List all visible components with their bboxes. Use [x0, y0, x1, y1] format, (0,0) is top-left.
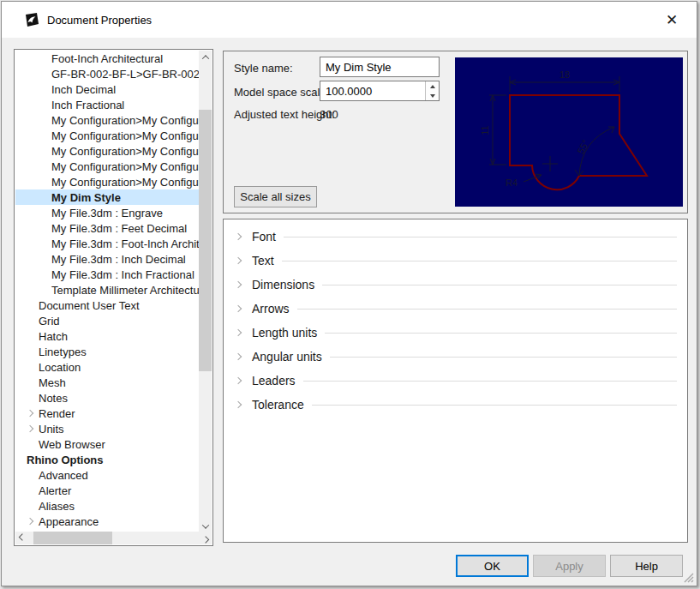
tree-item-label: My File.3dm : Feet Decimal [51, 222, 187, 235]
section-label: Length units [252, 326, 317, 340]
scroll-right-icon[interactable] [199, 532, 212, 544]
dimension-style-preview: 18 11 55° R4 [455, 57, 683, 207]
tree-item-label: GF-BR-002-BF-L>GF-BR-002-BF- [51, 68, 199, 81]
expand-chevron-icon[interactable] [235, 281, 242, 288]
tree-item-gf-br-002-bf-l-gf-br-002-bf[interactable]: GF-BR-002-BF-L>GF-BR-002-BF- [15, 66, 199, 81]
tree-item-label: My File.3dm : Inch Fractional [51, 268, 194, 281]
scale-all-sizes-button[interactable]: Scale all sizes [234, 186, 317, 207]
section-angular-units[interactable]: Angular units [224, 345, 687, 369]
tree-item-label: Rhino Options [27, 454, 104, 466]
tree-horizontal-scrollbar[interactable] [15, 532, 212, 544]
tree-item-render[interactable]: Render [15, 406, 199, 421]
tree-item-location[interactable]: Location [15, 359, 199, 375]
tree-item-advanced[interactable]: Advanced [15, 467, 199, 483]
stepper-buttons [425, 81, 439, 100]
ok-button[interactable]: OK [456, 555, 529, 577]
tree-item-grid[interactable]: Grid [15, 313, 199, 328]
tree-item-linetypes[interactable]: Linetypes [15, 344, 199, 359]
scroll-left-icon[interactable] [15, 532, 28, 544]
section-label: Dimensions [252, 278, 314, 291]
close-icon[interactable]: ✕ [659, 10, 685, 31]
expand-chevron-icon[interactable] [235, 377, 242, 384]
radius-dimension-text: R4 [506, 177, 518, 188]
tree-item-label: Appearance [39, 515, 99, 528]
section-label: Font [252, 230, 276, 243]
tree-vertical-scrollbar[interactable] [199, 51, 212, 532]
tree-item-my-configuration-my-configura[interactable]: My Configuration>My Configura [15, 128, 199, 143]
resize-grip[interactable] [683, 572, 694, 583]
model-space-scale-input[interactable] [320, 81, 425, 100]
section-length-units[interactable]: Length units [224, 321, 687, 345]
tree-list: Foot-Inch ArchitecturalGF-BR-002-BF-L>GF… [15, 51, 199, 532]
tree-item-template-millimeter-architectura[interactable]: Template Millimeter Architectura [15, 282, 199, 298]
adjusted-text-height-value: 300 [320, 108, 338, 121]
tree-item-hatch[interactable]: Hatch [15, 328, 199, 344]
expand-chevron-icon[interactable] [235, 305, 242, 312]
style-name-input[interactable] [320, 57, 440, 77]
tree-item-my-configuration-my-configura[interactable]: My Configuration>My Configura [15, 174, 199, 189]
tree-item-label: Template Millimeter Architectura [51, 284, 199, 297]
tree-item-my-file-3dm-inch-decimal[interactable]: My File.3dm : Inch Decimal [15, 251, 199, 267]
tree-item-label: Document User Text [39, 299, 140, 312]
section-divider [322, 285, 677, 285]
vertical-scroll-thumb[interactable] [199, 110, 212, 371]
expand-chevron-icon[interactable] [235, 233, 242, 240]
stepper-down-icon[interactable] [426, 91, 440, 100]
section-text[interactable]: Text [224, 249, 687, 273]
scroll-down-icon[interactable] [199, 520, 212, 532]
tree-item-my-dim-style[interactable]: My Dim Style [15, 189, 199, 205]
style-sections-panel: FontTextDimensionsArrowsLength unitsAngu… [223, 219, 688, 543]
tree-item-label: My Dim Style [51, 191, 121, 204]
tree-item-my-configuration-my-configura[interactable]: My Configuration>My Configura [15, 112, 199, 128]
tree-item-label: My Configuration>My Configura [51, 114, 199, 127]
section-font[interactable]: Font [224, 225, 687, 249]
section-arrows[interactable]: Arrows [224, 297, 687, 321]
tree-item-label: Hatch [39, 330, 68, 343]
expand-chevron-icon[interactable] [27, 518, 33, 525]
expand-chevron-icon[interactable] [27, 425, 33, 432]
tree-item-foot-inch-architectural[interactable]: Foot-Inch Architectural [15, 51, 199, 66]
tree-item-label: Mesh [39, 376, 66, 389]
tree-item-appearance[interactable]: Appearance [15, 514, 199, 529]
tree-item-label: Inch Fractional [51, 99, 124, 111]
expand-chevron-icon[interactable] [235, 353, 242, 360]
stepper-up-icon[interactable] [426, 81, 440, 91]
expand-chevron-icon[interactable] [235, 329, 242, 336]
tree-item-label: Grid [39, 315, 60, 328]
tree-item-rhino-options[interactable]: Rhino Options [15, 452, 199, 467]
tree-item-my-configuration-my-configura[interactable]: My Configuration>My Configura [15, 143, 199, 159]
section-divider [330, 357, 677, 358]
tree-item-aliases[interactable]: Aliases [15, 498, 199, 514]
document-properties-dialog: Document Properties ✕ Foot-Inch Architec… [1, 1, 697, 586]
horizontal-scroll-thumb[interactable] [33, 532, 112, 544]
tree-item-my-configuration-my-configura[interactable]: My Configuration>My Configura [15, 159, 199, 174]
tree-item-my-file-3dm-engrave[interactable]: My File.3dm : Engrave [15, 205, 199, 220]
tree-item-units[interactable]: Units [15, 421, 199, 436]
tree-item-label: My Configuration>My Configura [51, 129, 199, 142]
section-dimensions[interactable]: Dimensions [224, 273, 687, 297]
help-button[interactable]: Help [610, 555, 683, 577]
tree-item-mesh[interactable]: Mesh [15, 375, 199, 390]
expand-chevron-icon[interactable] [27, 410, 33, 417]
tree-item-document-user-text[interactable]: Document User Text [15, 298, 199, 313]
tree-item-my-file-3dm-foot-inch-architec[interactable]: My File.3dm : Foot-Inch Architec [15, 236, 199, 251]
height-dimension-text: 11 [480, 125, 490, 135]
scroll-up-icon[interactable] [199, 51, 212, 63]
tree-item-inch-decimal[interactable]: Inch Decimal [15, 81, 199, 97]
tree-item-my-file-3dm-inch-fractional[interactable]: My File.3dm : Inch Fractional [15, 267, 199, 282]
style-name-label: Style name: [234, 62, 293, 75]
expand-chevron-icon[interactable] [235, 401, 242, 408]
tree-item-notes[interactable]: Notes [15, 390, 199, 406]
section-tolerance[interactable]: Tolerance [224, 393, 687, 417]
style-settings-group: Style name: Model space scale: Adjusted … [223, 51, 688, 213]
tree-item-my-file-3dm-feet-decimal[interactable]: My File.3dm : Feet Decimal [15, 220, 199, 236]
apply-button[interactable]: Apply [533, 555, 606, 577]
expand-chevron-icon[interactable] [235, 257, 242, 264]
section-divider [312, 405, 677, 406]
tree-item-label: Notes [39, 392, 68, 405]
tree-item-label: My Configuration>My Configura [51, 176, 199, 189]
tree-item-web-browser[interactable]: Web Browser [15, 436, 199, 452]
section-leaders[interactable]: Leaders [224, 369, 687, 393]
tree-item-inch-fractional[interactable]: Inch Fractional [15, 97, 199, 112]
tree-item-alerter[interactable]: Alerter [15, 483, 199, 498]
